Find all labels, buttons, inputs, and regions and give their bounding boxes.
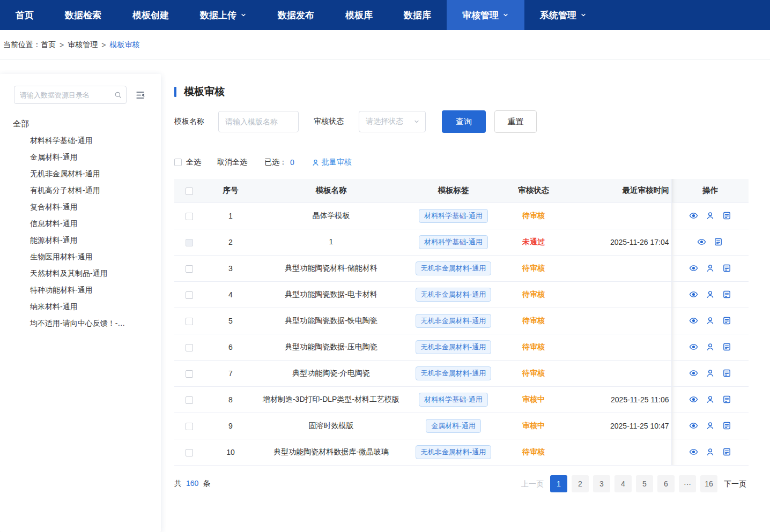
view-icon[interactable]: [689, 290, 698, 299]
audit-user-icon[interactable]: [706, 211, 715, 220]
pagination-row: 共 160 条 上一页123456···16下一页: [174, 475, 749, 492]
pagination: 上一页123456···16下一页: [515, 475, 749, 492]
review-status-select[interactable]: 请选择状态: [359, 111, 426, 132]
page-title: 模板审核: [184, 85, 225, 99]
nav-item-home[interactable]: 首页: [0, 0, 49, 30]
table-body: 1晶体学模板材料科学基础-通用待审核21材料科学基础-通用未通过2025-11-…: [174, 203, 749, 465]
tree-item[interactable]: 信息材料-通用: [0, 215, 161, 232]
table-row: 4典型功能陶瓷数据-电卡材料无机非金属材料-通用待审核: [174, 281, 749, 308]
row-checkbox[interactable]: [186, 213, 193, 220]
tree-item[interactable]: 材料科学基础-通用: [0, 132, 161, 149]
audit-user-icon[interactable]: [706, 369, 715, 378]
row-checkbox[interactable]: [186, 318, 193, 325]
audit-user-icon[interactable]: [706, 447, 715, 456]
tree-item[interactable]: 生物医用材料-通用: [0, 249, 161, 265]
sidebar-search-input[interactable]: [20, 91, 114, 99]
collapse-tree-icon[interactable]: [135, 90, 145, 100]
more-pages-button[interactable]: ···: [679, 475, 696, 492]
total-suffix: 条: [203, 479, 210, 488]
form-icon[interactable]: [722, 316, 731, 325]
view-icon[interactable]: [689, 369, 698, 378]
search-icon[interactable]: [114, 91, 122, 99]
page-button-2[interactable]: 2: [572, 475, 589, 492]
view-icon[interactable]: [697, 237, 706, 246]
tree-item[interactable]: 天然材料及其制品-通用: [0, 265, 161, 282]
nav-item-data-search[interactable]: 数据检索: [49, 0, 117, 30]
form-icon[interactable]: [714, 237, 723, 246]
next-page-button[interactable]: 下一页: [722, 475, 749, 492]
nav-item-data-publish[interactable]: 数据发布: [262, 0, 330, 30]
tree-item[interactable]: 纳米材料-通用: [0, 298, 161, 315]
form-icon[interactable]: [722, 264, 731, 273]
page-button-1[interactable]: 1: [550, 475, 567, 492]
status-cell: 待审核: [501, 255, 566, 281]
select-all-checkbox[interactable]: [174, 159, 182, 166]
tree-item[interactable]: 金属材料-通用: [0, 149, 161, 166]
template-name-input[interactable]: [218, 111, 299, 132]
tree-item[interactable]: 能源材料-通用: [0, 232, 161, 249]
row-checkbox[interactable]: [186, 291, 193, 299]
tree-item[interactable]: 无机非金属材料-通用: [0, 166, 161, 182]
form-icon[interactable]: [722, 447, 731, 456]
nav-item-template-library[interactable]: 模板库: [330, 0, 388, 30]
tree-item[interactable]: 均不适用-请向中心反馈！-…: [0, 315, 161, 332]
select-all-label[interactable]: 全选: [186, 158, 201, 167]
breadcrumb-prefix: 当前位置：: [3, 40, 41, 50]
row-checkbox[interactable]: [186, 396, 193, 404]
query-button[interactable]: 查询: [442, 110, 486, 133]
template-name: 典型功能陶瓷-介电陶瓷: [257, 360, 405, 386]
template-name: 晶体学模板: [257, 203, 405, 229]
form-icon[interactable]: [722, 290, 731, 299]
batch-review-button[interactable]: 批量审核: [312, 158, 352, 167]
form-icon[interactable]: [722, 342, 731, 351]
chevron-down-icon: [502, 12, 509, 18]
tree-item[interactable]: 有机高分子材料-通用: [0, 182, 161, 199]
nav-item-data-upload[interactable]: 数据上传: [184, 0, 262, 30]
nav-item-label: 数据上传: [200, 9, 236, 21]
tree-item[interactable]: 复合材料-通用: [0, 199, 161, 215]
nav-item-database[interactable]: 数据库: [388, 0, 447, 30]
form-icon[interactable]: [722, 395, 731, 404]
view-icon[interactable]: [689, 342, 698, 351]
row-checkbox[interactable]: [186, 370, 193, 378]
form-icon[interactable]: [722, 211, 731, 220]
prev-page-button[interactable]: 上一页: [519, 475, 546, 492]
breadcrumb-item[interactable]: 首页: [41, 40, 56, 50]
tree-root-all[interactable]: 全部: [0, 115, 161, 132]
row-checkbox[interactable]: [186, 423, 193, 430]
breadcrumb-item[interactable]: 审核管理: [68, 40, 98, 50]
page-button-5[interactable]: 5: [636, 475, 653, 492]
audit-user-icon[interactable]: [706, 264, 715, 273]
page-button-3[interactable]: 3: [593, 475, 610, 492]
view-icon[interactable]: [689, 316, 698, 325]
tree-item[interactable]: 特种功能材料-通用: [0, 282, 161, 298]
sidebar-search-box[interactable]: [14, 86, 127, 104]
form-icon[interactable]: [722, 421, 731, 430]
view-icon[interactable]: [689, 211, 698, 220]
row-checkbox[interactable]: [186, 265, 193, 273]
deselect-all-button[interactable]: 取消全选: [217, 158, 247, 167]
form-icon[interactable]: [722, 369, 731, 378]
view-icon[interactable]: [689, 447, 698, 456]
page-button-6[interactable]: 6: [657, 475, 675, 492]
audit-user-icon[interactable]: [706, 421, 715, 430]
audit-user-icon[interactable]: [706, 316, 715, 325]
nav-item-review-management[interactable]: 审核管理: [447, 0, 524, 30]
page-button-16[interactable]: 16: [700, 475, 717, 492]
selection-toolbar: 全选 取消全选 已选： 0 批量审核: [174, 158, 759, 167]
header-select-checkbox[interactable]: [186, 188, 193, 195]
page-button-4[interactable]: 4: [614, 475, 632, 492]
status-cell: 待审核: [501, 439, 566, 465]
row-checkbox[interactable]: [186, 449, 193, 456]
view-icon[interactable]: [689, 395, 698, 404]
nav-item-system-management[interactable]: 系统管理: [524, 0, 602, 30]
audit-user-icon[interactable]: [706, 290, 715, 299]
sidebar-tree: 材料科学基础-通用金属材料-通用无机非金属材料-通用有机高分子材料-通用复合材料…: [0, 132, 161, 332]
audit-user-icon[interactable]: [706, 395, 715, 404]
reset-button[interactable]: 重置: [494, 110, 537, 133]
audit-user-icon[interactable]: [706, 342, 715, 351]
nav-item-template-create[interactable]: 模板创建: [117, 0, 184, 30]
view-icon[interactable]: [689, 264, 698, 273]
view-icon[interactable]: [689, 421, 698, 430]
row-checkbox[interactable]: [186, 344, 193, 351]
